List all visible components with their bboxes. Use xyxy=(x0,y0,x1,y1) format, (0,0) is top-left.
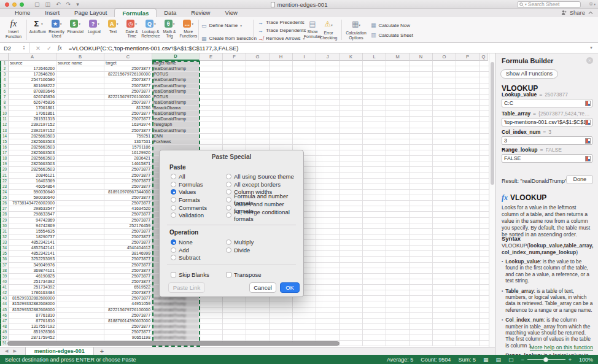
cell[interactable] xyxy=(56,190,104,195)
cell[interactable]: realDonaldTrump xyxy=(152,77,200,83)
radio-all-using-source-theme[interactable]: All using Source theme xyxy=(226,172,303,180)
row-header[interactable]: 12 xyxy=(0,122,9,128)
column-header-a[interactable]: A xyxy=(9,53,56,61)
cell[interactable] xyxy=(56,156,104,161)
cell[interactable]: 25073877 xyxy=(104,279,152,285)
cell[interactable]: CNN xyxy=(152,134,200,139)
cell[interactable]: 25073877 xyxy=(104,77,152,83)
select-all-corner[interactable] xyxy=(0,53,9,61)
cell[interactable] xyxy=(56,234,104,240)
cell[interactable]: realDonaldTrump xyxy=(152,111,200,117)
row-header[interactable]: 5 xyxy=(0,83,9,89)
normal-view-icon[interactable]: ▤ xyxy=(495,357,501,363)
cell[interactable] xyxy=(56,161,104,167)
cell[interactable] xyxy=(56,223,104,229)
cell[interactable] xyxy=(56,72,104,77)
cell[interactable]: 801698222 xyxy=(9,83,56,89)
cell[interactable]: 281531315 xyxy=(9,117,56,122)
name-box[interactable]: D2 xyxy=(0,45,21,52)
cell[interactable]: 25073877 xyxy=(104,212,152,217)
empty-cells[interactable] xyxy=(200,61,489,66)
range-picker-icon[interactable] xyxy=(585,138,591,144)
row-header[interactable]: 28 xyxy=(0,212,9,217)
cell[interactable]: 822215679726100000 xyxy=(104,308,152,313)
cell[interactable]: 251734392 xyxy=(9,279,56,285)
row-header[interactable]: 11 xyxy=(0,117,9,122)
cell[interactable]: 4540404612 xyxy=(104,246,152,251)
field-input-lookup-value[interactable]: C:C xyxy=(502,99,592,107)
cell[interactable]: 172646260 xyxy=(9,72,56,77)
cell[interactable]: source name xyxy=(56,61,104,66)
row-header[interactable]: 44 xyxy=(0,301,9,307)
cell[interactable]: 46190825 xyxy=(9,274,56,279)
cell[interactable] xyxy=(56,279,104,285)
ribbon-button-date-time[interactable]: ◷▾ Date & Time xyxy=(122,19,141,38)
row-header[interactable]: 31 xyxy=(0,229,9,234)
cell[interactable]: realDonaldTrump xyxy=(152,330,200,335)
radio-values[interactable]: Values xyxy=(171,188,207,196)
cell[interactable]: 4852342141 xyxy=(9,240,56,246)
page-layout-view-icon[interactable]: ▢ xyxy=(508,357,514,363)
cell[interactable] xyxy=(56,218,104,223)
cell[interactable]: 25073877 xyxy=(104,268,152,274)
radio-validation[interactable]: Validation xyxy=(171,211,207,219)
cell[interactable]: 25073877 xyxy=(104,324,152,330)
horizontal-scrollbar[interactable] xyxy=(7,341,340,346)
empty-cells[interactable] xyxy=(200,83,489,89)
row-header[interactable]: 37 xyxy=(0,263,9,268)
cell[interactable]: realDonaldTrump xyxy=(152,313,200,319)
column-header-i[interactable]: I xyxy=(293,53,316,61)
empty-cells[interactable] xyxy=(200,324,489,330)
row-header[interactable]: 41 xyxy=(0,285,9,290)
cell[interactable]: 25073877 xyxy=(104,195,152,201)
cell[interactable]: 590030640 xyxy=(9,195,56,201)
cell[interactable]: 90651198 xyxy=(104,335,152,341)
row-header[interactable]: 49 xyxy=(0,330,9,335)
ribbon-button-remove-arrows[interactable]: ↛ Remove Arrows▾ xyxy=(258,34,306,42)
cell[interactable]: 25073877 xyxy=(104,330,152,335)
column-header-d[interactable]: D xyxy=(152,53,200,61)
calculate-sheet-button[interactable]: ▥ Calculate Sheet xyxy=(371,32,413,38)
row-header[interactable]: 45 xyxy=(0,308,9,313)
cell[interactable]: 94742869 xyxy=(9,218,56,223)
row-header[interactable]: 1 xyxy=(0,61,9,66)
empty-cells[interactable] xyxy=(200,106,489,111)
panel-close-icon[interactable]: ✕ xyxy=(586,57,593,64)
cell[interactable]: target xyxy=(104,61,152,66)
radio-all[interactable]: All xyxy=(171,172,207,180)
sheet-tab-active[interactable]: mention-edges-001 xyxy=(25,347,94,355)
radio-divide[interactable]: Divide xyxy=(226,246,254,254)
insert-function-button[interactable]: fx Insert Function xyxy=(1,19,26,39)
cell[interactable]: 851928366 xyxy=(9,330,56,335)
cell[interactable]: 1367531 xyxy=(104,139,152,145)
empty-cells[interactable] xyxy=(200,77,489,83)
cell[interactable] xyxy=(56,77,104,83)
cell[interactable] xyxy=(56,106,104,111)
more-help-link[interactable]: More help on this function xyxy=(530,344,593,350)
cell[interactable] xyxy=(56,206,104,212)
cell[interactable]: 2392197152 xyxy=(9,128,56,134)
ribbon-button-recently-used[interactable]: ★▾ Recently Used xyxy=(47,19,66,38)
cell[interactable]: 25073877 xyxy=(104,167,152,172)
row-header[interactable]: 8 xyxy=(0,100,9,106)
cancel-entry-icon[interactable]: ✕ xyxy=(36,45,41,52)
radio-formulas[interactable]: Formulas xyxy=(171,180,207,188)
cell[interactable] xyxy=(56,89,104,95)
row-header[interactable]: 2 xyxy=(0,66,9,72)
cell[interactable]: 822215679726100000 xyxy=(104,95,152,100)
cell[interactable] xyxy=(56,335,104,341)
cell[interactable] xyxy=(56,301,104,307)
cell[interactable]: 298633547 xyxy=(9,206,56,212)
row-header[interactable]: 34 xyxy=(0,246,9,251)
cell[interactable]: 2825663503 xyxy=(9,139,56,145)
cell[interactable]: 2825663503 xyxy=(9,167,56,172)
cell[interactable]: 46054864 xyxy=(9,184,56,190)
row-header[interactable]: 26 xyxy=(0,201,9,206)
cell[interactable]: 2825663503 xyxy=(9,150,56,156)
cell[interactable]: Telegraph xyxy=(152,122,200,128)
row-header[interactable]: 3 xyxy=(0,72,9,77)
cell[interactable]: realDonaldTrump xyxy=(152,319,200,324)
cell[interactable]: realDonaldTrump xyxy=(152,83,200,89)
cell[interactable]: 25073877 xyxy=(104,296,152,301)
formula-bar-expand-icon[interactable]: ▼ xyxy=(589,46,593,50)
